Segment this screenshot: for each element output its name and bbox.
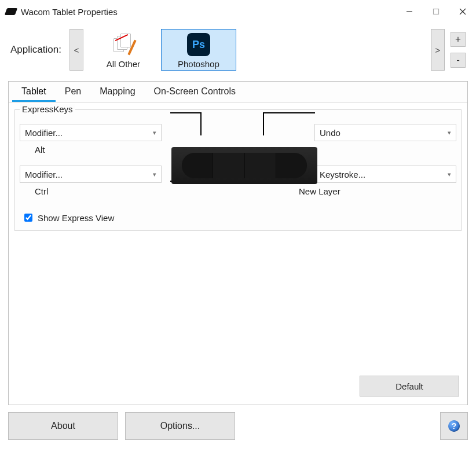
tab-mapping[interactable]: Mapping	[90, 82, 144, 102]
titlebar: Wacom Tablet Properties	[0, 0, 476, 23]
help-button[interactable]: ?	[440, 412, 468, 440]
tablet-device-image	[171, 147, 317, 184]
app-scroll-right-button[interactable]: >	[431, 29, 445, 71]
svg-rect-1	[434, 9, 439, 14]
chevron-down-icon: ▾	[448, 129, 451, 137]
all-other-icon	[111, 32, 136, 57]
application-label: Application:	[10, 44, 61, 56]
tab-bar: Tablet Pen Mapping On-Screen Controls	[9, 82, 467, 102]
about-button[interactable]: About	[8, 412, 118, 440]
close-button[interactable]	[449, 3, 476, 20]
main-panel: Tablet Pen Mapping On-Screen Controls Ex…	[8, 81, 468, 405]
window-title: Wacom Tablet Properties	[21, 7, 118, 17]
app-item-label: All Other	[107, 59, 140, 70]
expresskey-1-value: Alt	[35, 145, 45, 155]
chevron-down-icon: ▾	[153, 129, 156, 137]
show-express-view-label: Show Express View	[38, 213, 114, 223]
options-button[interactable]: Options...	[125, 412, 235, 440]
tab-pen[interactable]: Pen	[56, 82, 90, 102]
tab-tablet[interactable]: Tablet	[12, 82, 56, 102]
chevron-down-icon: ▾	[448, 171, 451, 178]
application-row: Application: < All Other Ps Photoshop >	[0, 23, 476, 73]
expresskey-2-dropdown[interactable]: Modifier... ▾	[20, 166, 162, 183]
expresskeys-group: ExpressKeys Modifier... ▾ Alt Modifier..…	[14, 109, 462, 231]
add-application-button[interactable]: +	[451, 32, 466, 47]
minimize-button[interactable]	[396, 3, 423, 20]
tab-onscreen-controls[interactable]: On-Screen Controls	[145, 82, 245, 102]
expresskey-4-value: New Layer	[299, 186, 368, 196]
default-button[interactable]: Default	[360, 376, 459, 396]
expresskey-2-option: Modifier...	[25, 170, 63, 179]
bottom-bar: About Options... ?	[0, 405, 476, 447]
photoshop-icon: Ps	[186, 32, 211, 57]
app-item-photoshop[interactable]: Ps Photoshop	[161, 29, 236, 71]
expresskey-2-value: Ctrl	[35, 186, 48, 196]
expresskey-3-option: Undo	[320, 128, 340, 138]
chevron-down-icon: ▾	[153, 171, 156, 178]
expresskey-4-option: Keystroke...	[320, 170, 365, 179]
app-list: All Other Ps Photoshop	[86, 29, 236, 71]
expresskeys-title: ExpressKeys	[20, 104, 75, 114]
help-icon: ?	[448, 420, 460, 432]
app-item-all-other[interactable]: All Other	[86, 29, 161, 71]
expresskey-4-dropdown[interactable]: Keystroke... ▾	[314, 166, 456, 183]
maximize-button[interactable]	[423, 3, 449, 20]
show-express-view-input[interactable]	[24, 214, 32, 222]
remove-application-button[interactable]: -	[451, 53, 466, 68]
expresskey-1-dropdown[interactable]: Modifier... ▾	[20, 124, 162, 141]
expresskey-1-option: Modifier...	[25, 128, 63, 138]
show-express-view-checkbox[interactable]: Show Express View	[22, 212, 114, 223]
wacom-logo-icon	[5, 8, 17, 15]
app-item-label: Photoshop	[178, 59, 219, 70]
app-scroll-left-button[interactable]: <	[69, 29, 83, 71]
expresskey-3-dropdown[interactable]: Undo ▾	[314, 124, 456, 141]
